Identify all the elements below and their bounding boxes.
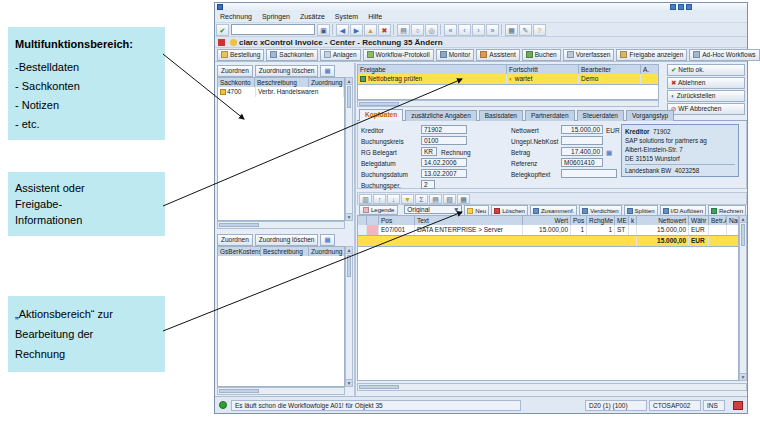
freigabe-hscrollbar[interactable] <box>357 100 659 107</box>
item-row[interactable]: E07/001DATA ENTERPRISE > Server15.000,00… <box>357 225 739 236</box>
next-page-icon[interactable]: › <box>472 24 485 36</box>
print-icon[interactable]: ▤ <box>397 24 410 36</box>
button-freigabe-anzeigen[interactable]: Freigabe anzeigen <box>616 49 687 61</box>
menu-springen[interactable]: Springen <box>257 12 295 20</box>
back-icon[interactable]: ◀ <box>336 24 349 36</box>
tab-kopfdaten[interactable]: Kopfdaten <box>359 109 403 121</box>
new-session-icon[interactable]: ▦ <box>505 24 518 36</box>
button-assistent[interactable]: Assistent <box>476 49 519 61</box>
adhoc-workflow-icon <box>693 51 700 58</box>
release-display-icon <box>620 51 627 58</box>
grid-icon[interactable]: ▦ <box>320 65 334 77</box>
belegart-field[interactable]: KR <box>421 147 437 156</box>
variant-select[interactable]: Original ▼ <box>404 205 462 214</box>
approve-icon: ✔ <box>671 66 676 73</box>
tab-vorgangstyp[interactable]: Vorgangstyp <box>626 110 674 121</box>
netto-ok-button[interactable]: ✔ Netto ok. <box>667 64 745 76</box>
k-value <box>629 225 637 235</box>
tab-partnerdaten[interactable]: Partnerdaten <box>525 110 575 121</box>
vendor-city: Wunstorf <box>655 155 680 162</box>
save-icon[interactable]: ▣ <box>317 24 330 36</box>
grid-icon[interactable]: ▦ <box>320 234 334 246</box>
button-buchen[interactable]: Buchen <box>522 49 561 61</box>
monitor-icon <box>440 51 447 58</box>
button-workflow-protokoll[interactable]: Workflow-Protokoll <box>363 49 434 61</box>
detail-icon[interactable]: ▥ <box>359 194 372 204</box>
button-monitor[interactable]: Monitor <box>436 49 475 61</box>
sum-icon[interactable]: Σ <box>415 194 428 204</box>
help-icon[interactable]: ? <box>533 24 546 36</box>
sachkonten-hscrollbar[interactable] <box>217 221 345 229</box>
button-sachkonten[interactable]: Sachkonten <box>266 49 317 61</box>
previous-page-icon[interactable]: ‹ <box>458 24 471 36</box>
insert-mode-field[interactable]: INS <box>703 400 725 411</box>
table-row[interactable]: 4700 Verbr. Handelswaren <box>218 87 344 97</box>
betrag-field[interactable]: 17.400,00 <box>561 147 603 156</box>
calculator-icon[interactable]: ▦ <box>606 148 612 157</box>
forward-icon[interactable]: ▶ <box>350 24 363 36</box>
belegkopftext-field[interactable] <box>561 169 617 178</box>
buchungsdatum-field[interactable]: 13.02.2007 <box>421 169 467 178</box>
zuordnen-button[interactable]: Zuordnen <box>217 65 253 77</box>
row-selector[interactable] <box>358 225 367 235</box>
close-icon[interactable] <box>686 4 692 10</box>
find-icon[interactable]: ○ <box>411 24 424 36</box>
zurueckstellen-button[interactable]: ◐ Zurückstellen <box>667 90 745 102</box>
host-field[interactable]: CTOSAP002 <box>649 400 701 411</box>
panel-splitter[interactable] <box>354 63 356 397</box>
tab-basisdaten[interactable]: Basisdaten <box>479 110 523 121</box>
zuordnung-loeschen-button[interactable]: Zuordnung löschen <box>255 234 319 246</box>
menu-system[interactable]: System <box>330 12 363 20</box>
command-field[interactable] <box>231 24 315 35</box>
sort-ascending-icon[interactable]: ↑ <box>373 194 386 204</box>
items-hscrollbar[interactable] <box>357 383 747 391</box>
kontierung-hscrollbar[interactable] <box>217 387 345 395</box>
sachkonten-vscrollbar[interactable]: ▲▼ <box>345 77 353 221</box>
transaction-icon <box>218 39 225 46</box>
maximize-icon[interactable] <box>678 4 684 10</box>
menu-zusaetze[interactable]: Zusätze <box>295 12 330 20</box>
tab-steuerdaten[interactable]: Steuerdaten <box>577 110 624 121</box>
zuordnung-loeschen-button[interactable]: Zuordnung löschen <box>255 65 319 77</box>
belegdatum-field[interactable]: 14.02.2006 <box>421 158 467 167</box>
first-page-icon[interactable]: « <box>444 24 457 36</box>
shortcut-icon[interactable]: ✎ <box>519 24 532 36</box>
enter-icon[interactable]: ✔ <box>216 24 229 36</box>
ablehnen-button[interactable]: ✖ Ablehnen <box>667 77 745 89</box>
button-anlagen[interactable]: Anlagen <box>320 49 361 61</box>
nettowert-field[interactable]: 15.000,00 <box>561 125 603 134</box>
buchungsper-label: Buchungsper. <box>361 181 401 190</box>
items-table-body <box>357 247 739 381</box>
button-bestellung[interactable]: Bestellung <box>217 49 264 61</box>
app-icon <box>217 4 223 10</box>
layout-grid-icon[interactable]: ▦ <box>457 194 470 204</box>
zuordnen-button[interactable]: Zuordnen <box>217 234 253 246</box>
nebenkosten-field[interactable] <box>561 136 603 145</box>
cancel-icon[interactable]: ✖ <box>378 24 391 36</box>
export-icon[interactable]: ▧ <box>443 194 456 204</box>
minimize-icon[interactable] <box>670 4 676 10</box>
filter-icon[interactable]: ▼ <box>401 194 414 204</box>
tab-zusaetzliche-angaben[interactable]: zusätzliche Angaben <box>405 110 477 121</box>
find-next-icon[interactable]: ◎ <box>425 24 438 36</box>
kontierung-vscrollbar[interactable]: ▲▼ <box>345 246 353 387</box>
sort-descending-icon[interactable]: ↓ <box>387 194 400 204</box>
kreditor-field[interactable]: 71902 <box>421 125 467 134</box>
legende-button[interactable]: Legende <box>359 205 398 215</box>
buchungskreis-field[interactable]: 0100 <box>421 136 467 145</box>
workflow-step-row[interactable]: Nettobetrag prüfen ◐ wartet Demo <box>357 74 659 85</box>
print-icon[interactable]: ▤ <box>429 194 442 204</box>
referenz-field[interactable]: M0601410 <box>561 158 603 167</box>
belegdatum-label: Belegdatum <box>361 159 396 168</box>
items-vscrollbar[interactable]: ▲▼ <box>739 215 747 381</box>
button-adhoc-workflows[interactable]: Ad-Hoc Workflows <box>689 49 759 61</box>
last-page-icon[interactable]: » <box>486 24 499 36</box>
system-field[interactable]: D20 (1) (100) <box>585 400 647 411</box>
system-strip <box>215 3 747 12</box>
button-vorerfassen[interactable]: Vorerfassen <box>563 49 615 61</box>
buchungsper-field[interactable]: 2 <box>421 180 435 189</box>
exit-icon[interactable]: ▲ <box>364 24 377 36</box>
menu-hilfe[interactable]: Hilfe <box>363 12 387 20</box>
toolbar-separator <box>393 24 394 35</box>
menu-rechnung[interactable]: Rechnung <box>215 12 257 20</box>
